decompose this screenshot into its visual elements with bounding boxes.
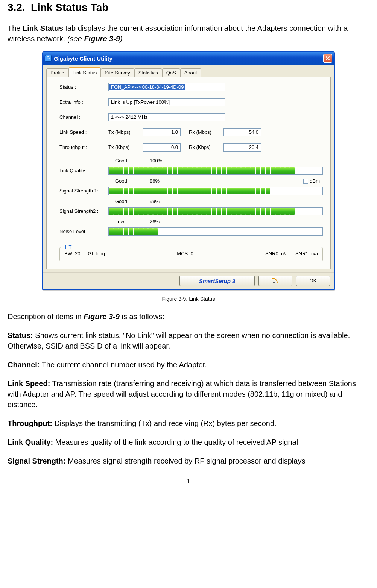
close-icon [325, 56, 330, 61]
titlebar[interactable]: G Gigabyte Client Utility [43, 52, 334, 65]
progress-segment [143, 208, 148, 215]
description-text: Measures signal strength received by RF … [65, 457, 305, 465]
progress-segment [148, 167, 153, 174]
progress-segment [271, 167, 275, 174]
smartsetup-button[interactable]: SmartSetup 3 [179, 276, 255, 286]
dbm-checkbox[interactable] [303, 179, 308, 184]
tx-kbps-label: Tx (Kbps) [108, 144, 143, 151]
progress-segment [138, 208, 143, 215]
rx-mbps-label: Rx (Mbps) [189, 129, 223, 136]
progress-segment [124, 208, 128, 215]
description-text: The current channel number used by the A… [40, 361, 207, 369]
progress-segment [285, 167, 290, 174]
tab-site-survey[interactable]: Site Survey [101, 68, 134, 77]
progress-segment [236, 208, 241, 215]
progress-segment [182, 167, 187, 174]
progress-segment [173, 208, 177, 215]
progress-segment [207, 188, 211, 194]
progress-segment [280, 208, 285, 215]
progress-segment [246, 167, 251, 174]
tx-mbps-value: 1.0 [143, 128, 181, 136]
description-term: Channel: [8, 361, 40, 369]
progress-segment [134, 188, 138, 194]
tab-statistics[interactable]: Statistics [134, 68, 162, 77]
extra-info-value: Link is Up [TxPower:100%] [108, 98, 225, 106]
description-intro: Description of items in Figure 3-9 is as… [8, 311, 369, 322]
progress-segment [227, 208, 231, 215]
status-value-box: FON_AP <--> 00-18-84-19-4D-09 [108, 83, 225, 91]
progress-segment [266, 208, 270, 215]
signal1-label: Signal Strength 1: [59, 188, 108, 194]
progress-segment [148, 188, 153, 194]
progress-segment [241, 208, 246, 215]
progress-segment [202, 167, 207, 174]
progress-segment [261, 167, 265, 174]
progress-segment [251, 167, 255, 174]
progress-segment [246, 188, 251, 194]
progress-segment [207, 167, 211, 174]
signal2-word: Good [108, 198, 150, 205]
section-number: 3.2. [8, 0, 31, 15]
progress-segment [173, 167, 177, 174]
signal2-bar [108, 207, 323, 215]
progress-segment [217, 188, 221, 194]
ht-mcs: MCS: 0 [177, 250, 193, 257]
progress-segment [143, 188, 148, 194]
tab-link-status[interactable]: Link Status [68, 67, 101, 77]
progress-segment [251, 208, 255, 215]
app-window: G Gigabyte Client Utility Profile Link S… [42, 51, 335, 290]
progress-segment [173, 188, 177, 194]
progress-segment [217, 167, 221, 174]
description-item: Status: Shows current link status. "No L… [8, 330, 369, 351]
progress-segment [138, 167, 143, 174]
ht-snr1: SNR1: n/a [295, 250, 318, 257]
description-text: Shows current link status. "No Link" wil… [8, 331, 350, 350]
progress-segment [182, 208, 187, 215]
signal1-word: Good [108, 178, 150, 185]
progress-segment [109, 188, 114, 194]
progress-segment [285, 208, 290, 215]
tab-about[interactable]: About [180, 68, 201, 77]
progress-segment [227, 167, 231, 174]
progress-segment [114, 188, 119, 194]
progress-segment [187, 208, 192, 215]
throughput-label: Throughput : [59, 144, 108, 151]
radio-button[interactable] [258, 276, 292, 286]
status-label: Status : [59, 84, 108, 91]
progress-segment [182, 188, 187, 194]
progress-segment [168, 167, 172, 174]
progress-segment [236, 167, 241, 174]
progress-segment [212, 188, 216, 194]
progress-segment [187, 167, 192, 174]
figure-caption: Figure 3-9. Link Status [8, 296, 369, 303]
tab-panel: Status : FON_AP <--> 00-18-84-19-4D-09 E… [46, 77, 331, 269]
description-item: Channel: The current channel number used… [8, 359, 369, 370]
progress-segment [119, 188, 123, 194]
progress-segment [153, 208, 158, 215]
progress-segment [163, 167, 167, 174]
progress-segment [187, 188, 192, 194]
extra-info-label: Extra Info : [59, 99, 108, 106]
description-term: Link Speed: [8, 379, 50, 388]
window-title: Gigabyte Client Utility [54, 55, 323, 62]
ok-button[interactable]: OK [296, 276, 330, 286]
progress-segment [202, 208, 207, 215]
progress-segment [109, 228, 114, 235]
intro-paragraph: The Link Status tab displays the current… [8, 23, 369, 44]
progress-segment [202, 188, 207, 194]
progress-segment [158, 167, 163, 174]
tab-profile[interactable]: Profile [46, 68, 68, 77]
progress-segment [119, 228, 123, 235]
wifi-icon [272, 278, 278, 284]
progress-segment [212, 167, 216, 174]
progress-segment [217, 208, 221, 215]
tab-qos[interactable]: QoS [162, 68, 180, 77]
close-button[interactable] [323, 54, 332, 63]
progress-segment [129, 228, 133, 235]
progress-segment [231, 208, 236, 215]
progress-segment [138, 188, 143, 194]
link-speed-label: Link Speed : [59, 129, 108, 136]
progress-segment [192, 208, 197, 215]
progress-segment [109, 167, 114, 174]
progress-segment [124, 167, 128, 174]
